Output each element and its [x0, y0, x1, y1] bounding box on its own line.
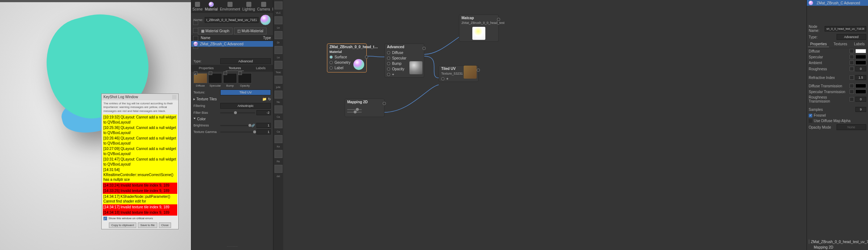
socket-out[interactable]: [365, 55, 368, 59]
socket-out[interactable]: [383, 102, 386, 105]
filter-bias-slider[interactable]: [220, 112, 255, 113]
library-item[interactable]: [275, 46, 282, 54]
node-advanced[interactable]: Advanced Diffuse Specular Bump Opacity +: [384, 43, 424, 78]
close-icon[interactable]: [172, 95, 176, 99]
gamma-input[interactable]: [256, 129, 271, 134]
folder-icon[interactable]: 📁: [262, 97, 267, 101]
socket-in[interactable]: [329, 55, 333, 59]
specular-color-swatch[interactable]: [855, 55, 866, 59]
material-name-input[interactable]: [205, 17, 259, 23]
selected-material-item[interactable]: ZMat_ZBrush_C Advanced: [807, 0, 868, 6]
library-item[interactable]: [275, 16, 282, 24]
brightness-input[interactable]: [256, 123, 271, 128]
texture-thumb-opacity[interactable]: Opacity: [238, 73, 252, 87]
fresnel-checkbox[interactable]: ✓: [809, 114, 812, 117]
opacity-mode-dropdown[interactable]: None: [837, 124, 867, 130]
library-item[interactable]: [275, 135, 282, 143]
socket-in[interactable]: [329, 61, 333, 64]
material-list-item[interactable]: ZMat_ZBrush_C Advanced: [191, 41, 273, 47]
brightness-slider[interactable]: [220, 125, 250, 126]
tool-icon[interactable]: [193, 36, 198, 41]
tree-item[interactable]: ZMat_ZBrush_0_0_head_test_uv_71E2EA52T…: [807, 239, 868, 245]
socket-in[interactable]: [387, 57, 390, 60]
tab-lighting[interactable]: Lighting: [241, 1, 256, 12]
diff-trans-swatch[interactable]: [855, 84, 866, 88]
texture-icon[interactable]: [850, 89, 854, 94]
gamma-slider[interactable]: [220, 132, 255, 133]
tab-textures[interactable]: Textures: [831, 41, 850, 47]
socket-in[interactable]: [387, 62, 390, 65]
tool-icon[interactable]: [193, 20, 198, 25]
socket-in[interactable]: [441, 77, 444, 80]
node-editor[interactable]: ZMat_ZBrush_0_0_head_t… Material Surface…: [283, 0, 807, 250]
tool-icon[interactable]: [193, 28, 198, 33]
socket-out[interactable]: [497, 18, 500, 21]
socket-in[interactable]: [329, 66, 333, 70]
type-dropdown[interactable]: Advanced: [220, 58, 271, 64]
filtering-dropdown[interactable]: Anisotropic: [220, 103, 271, 109]
tab-labels[interactable]: Labels: [852, 41, 867, 47]
drag-handle[interactable]: ⋯⋯⋯: [191, 243, 273, 250]
node-material[interactable]: ZMat_ZBrush_0_0_head_t… Material Surface…: [327, 43, 367, 72]
library-item[interactable]: [275, 150, 282, 158]
color-section[interactable]: Color: [191, 116, 273, 122]
log-window[interactable]: KeyShot Log Window The entries of the lo…: [101, 93, 179, 229]
library-item[interactable]: [275, 76, 282, 84]
tab-scene[interactable]: Scene: [191, 1, 204, 12]
library-item[interactable]: [275, 165, 282, 173]
mapping-sliders[interactable]: [347, 106, 362, 116]
node-mapping-2d[interactable]: Mapping 2D: [345, 99, 384, 117]
refractive-input[interactable]: [855, 75, 866, 80]
texture-enable-checkbox[interactable]: [209, 71, 212, 75]
texture-tiles-section[interactable]: Texture Tiles 📁 ↻: [191, 96, 273, 102]
library-item[interactable]: [275, 105, 282, 113]
node-name-input[interactable]: [825, 26, 866, 32]
texture-icon[interactable]: [850, 61, 854, 65]
library-item[interactable]: [275, 1, 282, 9]
ambient-color-swatch[interactable]: [855, 61, 866, 65]
spec-trans-swatch[interactable]: [855, 89, 866, 94]
node-tiled-uv[interactable]: Tiled UV Texture_53231 +: [439, 65, 478, 82]
library-item[interactable]: [275, 31, 282, 39]
type-dropdown[interactable]: Advanced: [837, 34, 867, 40]
tab-textures[interactable]: Textures: [226, 66, 244, 71]
library-item[interactable]: [275, 120, 282, 128]
node-matcap[interactable]: Matcap ZMat_ZBrush_0_0_head_test: [459, 14, 499, 42]
save-file-button[interactable]: Save to file: [138, 222, 157, 228]
texture-enable-checkbox[interactable]: [224, 71, 227, 75]
socket-in[interactable]: [387, 51, 390, 54]
library-item[interactable]: [275, 91, 282, 99]
tab-environment[interactable]: Environment: [219, 1, 241, 12]
tab-properties[interactable]: Properties: [808, 41, 829, 47]
rough-trans-input[interactable]: [855, 97, 866, 102]
diffuse-alpha-checkbox[interactable]: [809, 119, 812, 123]
socket-in[interactable]: [387, 67, 390, 71]
material-graph-button[interactable]: ▦Material Graph: [198, 28, 233, 34]
show-critical-checkbox[interactable]: ✓: [103, 217, 107, 220]
texture-icon[interactable]: [850, 67, 854, 71]
texture-icon[interactable]: [850, 97, 854, 101]
log-titlebar[interactable]: KeyShot Log Window: [102, 94, 178, 100]
socket-in[interactable]: [387, 73, 390, 76]
roughness-input[interactable]: [855, 66, 866, 71]
tab-labels[interactable]: Labels: [253, 66, 269, 71]
diffuse-color-swatch[interactable]: [855, 49, 866, 53]
tab-material[interactable]: Material: [204, 1, 219, 12]
tree-item[interactable]: Mapping 2D: [807, 245, 868, 250]
refresh-icon[interactable]: ↻: [268, 97, 271, 101]
texture-icon[interactable]: [850, 75, 854, 80]
library-item[interactable]: [275, 61, 282, 69]
multi-material-button[interactable]: ◫Multi-Material: [234, 28, 267, 34]
link-icon[interactable]: 🔗: [251, 124, 255, 127]
texture-thumb-specular[interactable]: Specular: [208, 73, 222, 87]
filter-bias-input[interactable]: [256, 110, 271, 115]
socket-out[interactable]: [477, 68, 480, 72]
texture-icon[interactable]: [850, 49, 854, 53]
copy-clipboard-button[interactable]: Copy to clipboard: [109, 222, 136, 228]
tab-properties[interactable]: Properties: [196, 66, 217, 71]
tool-icon[interactable]: [193, 44, 198, 49]
texture-thumb-diffuse[interactable]: Diffuse: [193, 73, 207, 87]
texture-thumb-bump[interactable]: Bump: [223, 73, 237, 87]
log-entries[interactable]: [10:19:32] QLayout: Cannot add a null wi…: [103, 114, 177, 216]
close-button[interactable]: Close: [159, 222, 171, 228]
